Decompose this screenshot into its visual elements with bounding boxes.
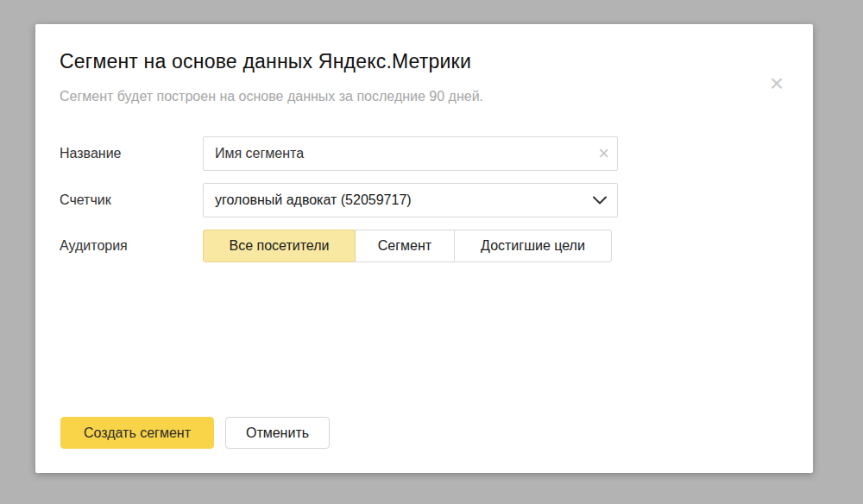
audience-segmented-control: Все посетители Сегмент Достигшие цели (203, 230, 612, 262)
segment-dialog: Сегмент на основе данных Яндекс.Метрики … (35, 24, 813, 473)
dialog-title: Сегмент на основе данных Яндекс.Метрики (60, 50, 789, 73)
audience-label: Аудитория (60, 238, 203, 254)
audience-row: Аудитория Все посетители Сегмент Достигш… (60, 230, 789, 262)
counter-select-value: уголовный адвокат (52059717) (215, 192, 412, 208)
audience-option-segment[interactable]: Сегмент (355, 230, 455, 262)
dialog-subtitle: Сегмент будет построен на основе данных … (60, 88, 789, 104)
counter-label: Счетчик (60, 192, 203, 208)
counter-row: Счетчик уголовный адвокат (52059717) (60, 183, 789, 217)
audience-option-all-visitors[interactable]: Все посетители (203, 230, 356, 262)
name-input-wrap: × (203, 136, 618, 171)
clear-icon[interactable]: × (598, 144, 609, 163)
chevron-down-icon (593, 196, 607, 205)
name-label: Название (60, 146, 203, 161)
segment-form: Название × Счетчик уголовный адвокат (52… (60, 136, 789, 262)
name-row: Название × (60, 136, 789, 171)
counter-select[interactable]: уголовный адвокат (52059717) (203, 183, 618, 217)
audience-option-goal-reached[interactable]: Достигшие цели (454, 230, 612, 262)
create-segment-button[interactable]: Создать сегмент (60, 417, 214, 449)
close-icon[interactable]: × (766, 74, 787, 95)
segment-name-input[interactable] (203, 136, 618, 171)
dialog-footer: Создать сегмент Отменить (60, 417, 330, 449)
cancel-button[interactable]: Отменить (225, 417, 330, 449)
